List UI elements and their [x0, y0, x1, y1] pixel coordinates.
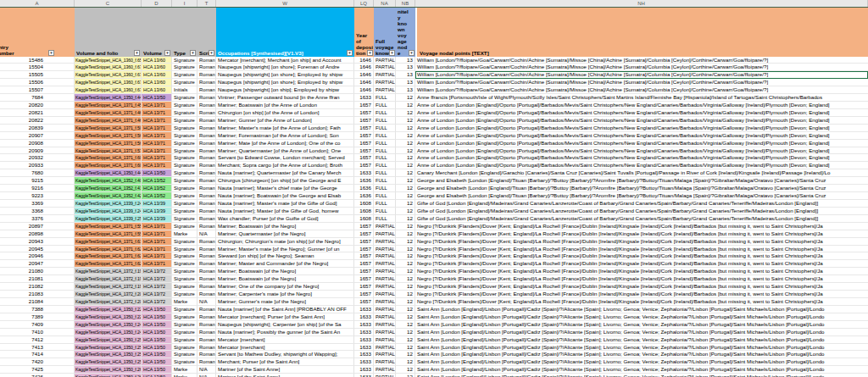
cell-voyage-nodes[interactable]: 12 — [396, 374, 415, 377]
cell-script[interactable]: Roman — [198, 313, 216, 321]
cell-full-voyage-known[interactable]: PARTIAL — [374, 246, 396, 253]
cell-type[interactable]: Signature — [172, 351, 198, 358]
cell-full-voyage-known[interactable]: FULL — [374, 132, 396, 140]
cell-volume-and-folio[interactable]: KaggleTestSnippet_HCA_1371_f.459v.PNG — [75, 102, 142, 109]
cell-script[interactable]: Roman — [198, 252, 216, 260]
cell-volume[interactable]: HCA 13/50 — [142, 313, 172, 321]
cell-script[interactable]: Roman — [198, 358, 216, 366]
cell-full-voyage-known[interactable]: FULL — [374, 208, 396, 215]
cell-volume[interactable]: HCA 13/50 — [142, 321, 172, 329]
cell-occupations[interactable]: Naupegus [shipwright] [on shore]; Employ… — [216, 71, 354, 79]
cell-year-of-deposition[interactable]: 1657 — [354, 117, 374, 125]
cell-entry-number[interactable]: 15506 — [0, 79, 75, 86]
cell-type[interactable]: Signature — [172, 71, 198, 79]
table-row[interactable]: 20839KaggleTestSnippet_HCA_1371_f.505r.P… — [0, 125, 868, 132]
cell-script[interactable]: Roman — [198, 169, 216, 177]
cell-voyage-nodes[interactable]: 13 — [396, 57, 415, 64]
cell-type[interactable]: Signature — [172, 125, 198, 132]
cell-voyage-nodal-points[interactable]: Negro [?/Dunkirk [Flanders]/Dover [Kent;… — [415, 260, 868, 268]
cell-volume-and-folio[interactable]: KaggleTestSnippet_HCA_1372_f.20v_One.PNG — [75, 298, 142, 306]
cell-volume[interactable]: HCA 13/71 — [142, 162, 172, 169]
cell-script[interactable]: Roman — [198, 147, 216, 155]
cell-type[interactable]: Signature — [172, 223, 198, 230]
cell-volume-and-folio[interactable]: KaggleTestSnippet_HCA_1350_f.228v.PNG — [75, 313, 142, 321]
cell-volume-and-folio[interactable]: KaggleTestSnippet_HCA_1371_f.571v.PNG — [75, 147, 142, 155]
cell-volume-and-folio[interactable]: KaggleTestSnippet_HCA_1339_f.253v.PNG — [75, 215, 142, 223]
cell-year-of-deposition[interactable]: 1633 — [354, 351, 374, 358]
cell-script[interactable]: Roman — [198, 283, 216, 291]
table-row[interactable]: 15486KaggleTestSnippet_HCA_1360_f.657r.P… — [0, 57, 868, 64]
cell-volume[interactable]: HCA 13/39 — [142, 208, 172, 215]
cell-full-voyage-known[interactable]: PARTIAL — [374, 275, 396, 283]
header-script[interactable]: Script ▼ — [198, 8, 216, 57]
cell-volume-and-folio[interactable]: KaggleTestSnippet_HCA_1350_f.256r.PNG — [75, 358, 142, 366]
cell-volume-and-folio[interactable]: KaggleTestSnippet_HCA_1371_f.556r.PNG — [75, 223, 142, 230]
cell-voyage-nodal-points[interactable]: William [London/?/ffoipare/Goa/Carwarr/C… — [415, 71, 868, 79]
cell-script[interactable]: Roman — [198, 223, 216, 230]
cell-type[interactable]: Signature — [172, 329, 198, 336]
cell-full-voyage-known[interactable]: PARTIAL — [374, 64, 396, 71]
cell-script[interactable]: Roman — [198, 109, 216, 117]
cell-type[interactable]: Signature — [172, 94, 198, 102]
cell-full-voyage-known[interactable]: FULL — [374, 147, 396, 155]
cell-entry-number[interactable]: 3369 — [0, 200, 75, 208]
cell-voyage-nodal-points[interactable]: Saint Ann [London [England]/Lisbon [Port… — [415, 313, 868, 321]
cell-entry-number[interactable]: 20907 — [0, 132, 75, 140]
cell-voyage-nodal-points[interactable]: Negro [?/Dunkirk [Flanders]/Dover [Kent;… — [415, 268, 868, 275]
cell-volume[interactable]: HCA 13/50 — [142, 374, 172, 377]
cell-year-of-deposition[interactable]: 1636 — [354, 177, 374, 185]
cell-script[interactable]: Roman — [198, 154, 216, 162]
cell-entry-number[interactable]: 20908 — [0, 140, 75, 147]
cell-volume-and-folio[interactable]: KaggleTestSnippet_HCA_1350_f.246r.PNG — [75, 321, 142, 329]
cell-volume-and-folio[interactable]: KaggleTestSnippet_HCA_1350_f.248v.PNG — [75, 329, 142, 336]
table-row[interactable]: 21080KaggleTestSnippet_HCA_1372_f.19r_ON… — [0, 268, 868, 275]
cell-entry-number[interactable]: 7426 — [0, 374, 75, 377]
cell-occupations[interactable]: Mariner; Gunner's mate [of the Negro] — [216, 298, 354, 306]
cell-entry-number[interactable]: 7410 — [0, 329, 75, 336]
cell-type[interactable]: Signature — [172, 344, 198, 352]
cell-entry-number[interactable]: 20947 — [0, 260, 75, 268]
cell-year-of-deposition[interactable]: 1657 — [354, 154, 374, 162]
cell-full-voyage-known[interactable]: PARTIAL — [374, 313, 396, 321]
cell-voyage-nodes[interactable]: 13 — [396, 86, 415, 94]
cell-script[interactable]: Roman — [198, 200, 216, 208]
cell-entry-number[interactable]: 20946 — [0, 252, 75, 260]
cell-occupations[interactable]: Mercator [merchant]; Merchant [on ship] … — [216, 57, 354, 64]
cell-volume[interactable]: HCA 13/50 — [142, 336, 172, 344]
cell-volume[interactable]: HCA 13/71 — [142, 260, 172, 268]
cell-occupations[interactable]: Vintner; Passenger outward bound [in the… — [216, 94, 354, 102]
cell-script[interactable]: Roman — [198, 238, 216, 246]
cell-type[interactable]: Initials — [172, 86, 198, 94]
cell-volume[interactable]: HCA 13/72 — [142, 283, 172, 291]
cell-script[interactable]: Roman — [198, 275, 216, 283]
cell-type[interactable]: Signature — [172, 192, 198, 200]
cell-entry-number[interactable]: 7409 — [0, 321, 75, 329]
table-row[interactable]: 7426KaggleTestSnippet_HCA_1350_f.262r.PN… — [0, 374, 868, 377]
cell-script[interactable]: Roman — [198, 102, 216, 109]
cell-voyage-nodes[interactable]: 13 — [396, 71, 415, 79]
cell-voyage-nodal-points[interactable]: Saint Ann [London [England]/Lisbon [Port… — [415, 306, 868, 313]
cell-volume[interactable]: HCA 13/71 — [142, 238, 172, 246]
cell-volume-and-folio[interactable]: KaggleTestSnippet_HCA_1371_f.603v.PNG — [75, 154, 142, 162]
table-row[interactable]: 21081KaggleTestSnippet_HCA_1372_f.19r_TW… — [0, 275, 868, 283]
cell-type[interactable]: Signature — [172, 147, 198, 155]
cell-full-voyage-known[interactable]: FULL — [374, 177, 396, 185]
cell-voyage-nodal-points[interactable]: Anne of London [London [England]/Oporto … — [415, 102, 868, 109]
cell-year-of-deposition[interactable]: 1608 — [354, 200, 374, 208]
table-row[interactable]: 15506KaggleTestSnippet_HCA_1360_f.671r.P… — [0, 79, 868, 86]
cell-voyage-nodal-points[interactable]: Negro [?/Dunkirk [Flanders]/Dover [Kent;… — [415, 238, 868, 246]
cell-full-voyage-known[interactable]: PARTIAL — [374, 260, 396, 268]
cell-volume[interactable]: HCA 13/52 — [142, 192, 172, 200]
cell-voyage-nodes[interactable]: 12 — [396, 230, 415, 238]
cell-voyage-nodal-points[interactable]: George and Elsabeth [London [England]/Ti… — [415, 192, 868, 200]
cell-volume-and-folio[interactable]: KaggleTestSnippet_HCA_1350_f.227v.PNG — [75, 306, 142, 313]
cell-year-of-deposition[interactable]: 1657 — [354, 238, 374, 246]
cell-voyage-nodes[interactable]: 12 — [396, 185, 415, 192]
cell-voyage-nodes[interactable]: 12 — [396, 117, 415, 125]
cell-volume[interactable]: HCA 13/39 — [142, 215, 172, 223]
cell-script[interactable]: Roman — [198, 185, 216, 192]
cell-volume-and-folio[interactable]: KaggleTestSnippet_HCA_1352_f.408r_.PNG — [75, 177, 142, 185]
cell-type[interactable]: Signature — [172, 57, 198, 64]
cell-script[interactable]: Roman — [198, 260, 216, 268]
cell-type[interactable]: Signature — [172, 102, 198, 109]
